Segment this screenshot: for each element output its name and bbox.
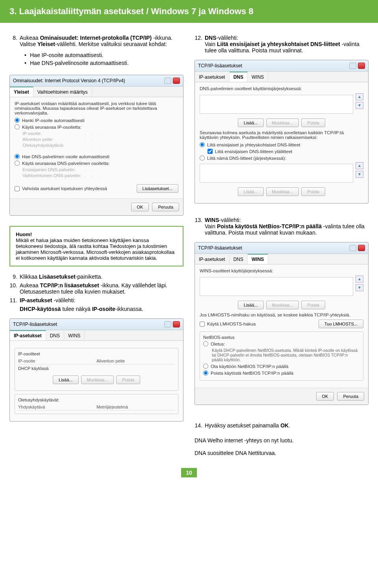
tab-dns[interactable]: DNS bbox=[230, 72, 248, 82]
edit-button[interactable]: Muokkaa... bbox=[266, 187, 299, 196]
up-arrow-icon[interactable]: ▲ bbox=[356, 162, 363, 169]
t: Lisäasetukset bbox=[39, 274, 76, 280]
remove-button[interactable]: Poista bbox=[301, 301, 325, 309]
tab-ip-asetukset[interactable]: IP-asetukset bbox=[195, 254, 230, 264]
t: Ominaisuudet: Internet-protokolla (TCP/I… bbox=[40, 35, 152, 41]
help-icon[interactable] bbox=[349, 63, 356, 69]
t: IP-osoite bbox=[92, 306, 115, 312]
add-button[interactable]: Lisää... bbox=[53, 375, 78, 384]
tab-dns[interactable]: DNS bbox=[46, 330, 64, 340]
radio-auto-dns[interactable]: Hae DNS-palvelimen osoite automaattisest… bbox=[15, 154, 178, 159]
checkbox-input[interactable] bbox=[200, 322, 205, 327]
tab-dns[interactable]: DNS bbox=[230, 254, 248, 264]
fieldset-ip-addresses: IP-osoitteet IP-osoite Aliverkon peite D… bbox=[15, 348, 178, 391]
edit-button[interactable]: Muokkaa... bbox=[266, 301, 299, 309]
tab-wins[interactable]: WINS bbox=[248, 254, 268, 264]
t: Liitä ensisijaiset ja yhteyskohtaiset DN… bbox=[217, 41, 342, 47]
add-button[interactable]: Lisää... bbox=[238, 301, 263, 309]
remove-button[interactable]: Poista bbox=[116, 375, 140, 384]
tab-ip-asetukset[interactable]: IP-asetukset bbox=[10, 330, 46, 340]
radio-input[interactable] bbox=[15, 161, 20, 166]
edit-button[interactable]: Muokkaa... bbox=[81, 375, 114, 384]
radio-dns-primary[interactable]: Liitä ensisijaiset ja yhteyskohtaiset DN… bbox=[200, 142, 363, 147]
help-icon[interactable] bbox=[349, 245, 356, 251]
advanced-button[interactable]: Lisäasetukset... bbox=[137, 184, 178, 193]
tab-bar: IP-asetukset DNS WINS bbox=[195, 72, 368, 82]
ok-button[interactable]: OK bbox=[316, 392, 334, 401]
radio-label: Liitä nämä DNS-liitteet (järjestyksessä)… bbox=[207, 156, 286, 161]
up-arrow-icon[interactable]: ▲ bbox=[356, 276, 363, 283]
tab-vaihtoehtoinen[interactable]: Vaihtoehtoinen määritys bbox=[33, 87, 92, 97]
checkbox-input[interactable] bbox=[15, 186, 20, 191]
cancel-button[interactable]: Peruuta bbox=[152, 203, 179, 211]
right-column: 12. DNS-välilehti: Vain Liitä ensisijais… bbox=[195, 35, 369, 456]
t: -ikkunassa. bbox=[115, 306, 143, 312]
wins-listbox[interactable] bbox=[200, 277, 353, 296]
radio-input[interactable] bbox=[15, 118, 20, 123]
radio-input[interactable] bbox=[15, 154, 20, 159]
edit-button[interactable]: Muokkaa... bbox=[266, 118, 299, 127]
tab-wins[interactable]: WINS bbox=[64, 330, 85, 340]
close-icon[interactable] bbox=[173, 321, 180, 327]
button-group: Lisää... Muokkaa... Poista bbox=[200, 301, 363, 309]
t: Klikkaa bbox=[20, 274, 39, 280]
down-arrow-icon[interactable]: ▼ bbox=[356, 102, 363, 109]
tab-bar: Yleiset Vaihtoehtoinen määritys bbox=[10, 87, 183, 97]
window-body: IP-asetukset voidaan määrittää automaatt… bbox=[10, 97, 183, 198]
window-body: DNS-palvelimien osoitteet käyttämisjärje… bbox=[195, 82, 368, 203]
t: Vain bbox=[205, 223, 217, 229]
step-text: Hyväksy asetukset painamalla OK. bbox=[205, 422, 369, 429]
radio-input[interactable] bbox=[200, 155, 205, 161]
close-icon[interactable] bbox=[358, 63, 365, 69]
note-body: Mikäli et halua jakaa muiden tietokoneen… bbox=[16, 237, 174, 261]
radio-input[interactable] bbox=[15, 124, 20, 129]
t: -välilehti. Merkitse valituiksi seuraava… bbox=[55, 41, 167, 47]
check-validate[interactable]: Vahvista asetukset lopetuksen yhteydessä… bbox=[15, 184, 178, 193]
down-arrow-icon[interactable]: ▼ bbox=[356, 171, 363, 178]
tab-yleiset[interactable]: Yleiset bbox=[10, 87, 33, 97]
radio-input[interactable] bbox=[203, 364, 208, 369]
left-column: 8. Aukeaa Ominaisuudet: Internet-protoko… bbox=[9, 35, 183, 456]
close-icon[interactable] bbox=[358, 245, 365, 251]
close-icon[interactable] bbox=[173, 78, 180, 84]
label: DNS-palvelimien osoitteet käyttämisjärje… bbox=[200, 86, 363, 91]
check-lmhosts[interactable]: Käytä LMHOSTS-hakua bbox=[200, 322, 256, 327]
radio-input[interactable] bbox=[200, 142, 205, 147]
ok-button[interactable]: OK bbox=[131, 203, 149, 211]
label: Aliverkon peite: bbox=[22, 137, 82, 142]
lmhosts-row: Käytä LMHOSTS-hakua Tuo LMHOSTS... bbox=[200, 320, 363, 328]
remove-button[interactable]: Poista bbox=[301, 118, 325, 127]
radio-manual-ip[interactable]: Käytä seuraavaa IP-osoitetta: bbox=[15, 124, 178, 129]
t: -välilehti: bbox=[219, 217, 241, 223]
reorder-buttons: ▲ ▼ bbox=[356, 93, 363, 115]
radio-auto-ip[interactable]: Hanki IP-osoite automaattisesti bbox=[15, 118, 178, 123]
radio-default[interactable]: Oletus: bbox=[203, 341, 360, 346]
radio-dns-list[interactable]: Liitä nämä DNS-liitteet (järjestyksessä)… bbox=[200, 155, 363, 161]
tab-ip-asetukset[interactable]: IP-asetukset bbox=[195, 72, 230, 82]
radio-manual-dns[interactable]: Käytä seuraavaa DNS-palvelimen osoitetta… bbox=[15, 161, 178, 166]
bullets-8: •Hae IP-osoite automaattisesti. •Hae DNS… bbox=[9, 52, 183, 68]
import-lmhosts-button[interactable]: Tuo LMHOSTS... bbox=[319, 320, 363, 328]
checkbox-input[interactable] bbox=[208, 149, 213, 154]
fieldset-netbios: NetBIOS-asetus Oletus: Käytä DHCP-palvel… bbox=[200, 331, 363, 381]
cancel-button[interactable]: Peruuta bbox=[337, 392, 364, 401]
add-button[interactable]: Lisää... bbox=[238, 187, 263, 196]
suffix-listbox[interactable] bbox=[200, 164, 353, 183]
window-title: TCP/IP-lisäasetukset bbox=[13, 322, 57, 327]
radio-label: Ota käyttöön NetBIOS TCP/IP:n päällä bbox=[211, 364, 288, 369]
add-button[interactable]: Lisää... bbox=[238, 118, 263, 127]
down-arrow-icon[interactable]: ▼ bbox=[356, 284, 363, 291]
screenshot-wins-settings: TCP/IP-lisäasetukset IP-asetukset DNS WI… bbox=[195, 242, 369, 405]
help-icon[interactable] bbox=[164, 321, 171, 327]
up-arrow-icon[interactable]: ▲ bbox=[356, 93, 363, 100]
radio-enable-netbios[interactable]: Ota käyttöön NetBIOS TCP/IP:n päällä bbox=[203, 364, 360, 369]
tab-wins[interactable]: WINS bbox=[248, 72, 268, 82]
remove-button[interactable]: Poista bbox=[301, 187, 325, 196]
dns-listbox[interactable] bbox=[200, 95, 353, 114]
radio-input[interactable] bbox=[203, 341, 208, 346]
dots: ... bbox=[85, 167, 178, 172]
radio-input[interactable] bbox=[203, 370, 208, 375]
help-icon[interactable] bbox=[164, 78, 171, 84]
radio-disable-netbios[interactable]: Poista käytöstä NetBIOS TCP/IP:n päällä bbox=[203, 370, 360, 375]
check-parent-suffix[interactable]: Liitä ensisijaisen DNS-liitteen yläliitt… bbox=[208, 149, 363, 154]
